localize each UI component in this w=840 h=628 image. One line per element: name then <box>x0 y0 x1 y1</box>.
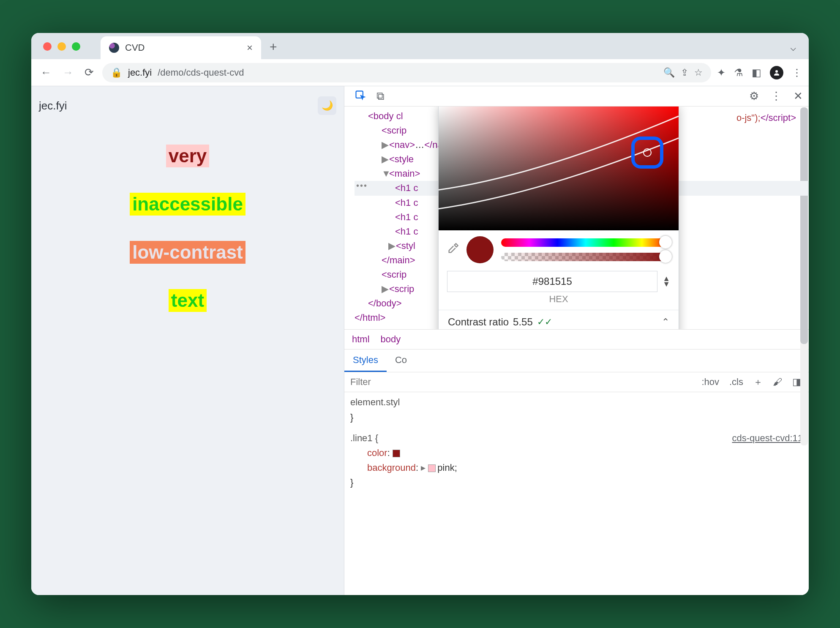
spectrum-handle[interactable] <box>631 137 663 169</box>
prop-background: background <box>367 462 416 473</box>
zoom-icon[interactable]: 🔍 <box>663 67 675 78</box>
reload-button[interactable]: ⟳ <box>82 63 96 82</box>
selected-color-swatch <box>466 236 494 263</box>
rule-source-link[interactable]: cds-quest-cvd:11 <box>732 431 803 445</box>
hex-label: HEX <box>439 294 679 310</box>
demo-word-4: text <box>169 289 207 312</box>
cls-toggle[interactable]: .cls <box>729 377 743 388</box>
devtools-kebab-icon[interactable]: ⋮ <box>771 90 782 103</box>
svg-point-0 <box>775 70 778 73</box>
profile-avatar[interactable] <box>770 66 783 79</box>
page-title: jec.fyi <box>39 99 67 112</box>
url-path: /demo/cds-quest-cvd <box>158 67 244 78</box>
maximize-window-button[interactable] <box>72 42 80 51</box>
color-swatch-icon[interactable] <box>393 450 400 457</box>
browser-window: CVD × + ⌵ ← → ⟳ 🔒 jec.fyi/demo/cds-quest… <box>31 33 809 595</box>
window-controls <box>43 42 80 51</box>
styles-rules[interactable]: element.styl } cds-quest-cvd:11 .line1 {… <box>344 392 809 492</box>
color-picker-popover: ▲▼ HEX Contrast ratio 5.55 ✓✓ ⌃ <box>438 106 679 329</box>
close-window-button[interactable] <box>43 42 52 51</box>
share-icon[interactable]: ⇪ <box>681 67 688 78</box>
browser-toolbar: ← → ⟳ 🔒 jec.fyi/demo/cds-quest-cvd 🔍 ⇪ ☆… <box>31 59 809 86</box>
crumb-html[interactable]: html <box>352 334 370 345</box>
bookmark-icon[interactable]: ☆ <box>694 67 703 78</box>
browser-tab[interactable]: CVD × <box>101 36 261 59</box>
dark-mode-toggle[interactable]: 🌙 <box>318 96 336 115</box>
side-panel-icon[interactable]: ◧ <box>752 67 761 79</box>
sidebar-toggle-icon[interactable]: ◨ <box>792 377 801 388</box>
demo-word-1: very <box>166 145 210 167</box>
tab-list-chevron-icon[interactable]: ⌵ <box>790 41 796 53</box>
devtools-panel: ⧉ ⚙ ⋮ ✕ o-js");</script> <body cl <scrip… <box>344 86 809 595</box>
alpha-slider[interactable] <box>501 253 670 261</box>
val-pink: pink <box>437 462 454 473</box>
hov-toggle[interactable]: :hov <box>701 377 719 388</box>
hex-input[interactable] <box>447 271 657 292</box>
toolbar-icons: ✦ ⚗ ◧ ⋮ <box>717 66 802 79</box>
format-switcher[interactable]: ▲▼ <box>663 276 670 287</box>
check-icon: ✓✓ <box>537 317 552 328</box>
styles-filter-input[interactable] <box>344 372 420 392</box>
kebab-menu-icon[interactable]: ⋮ <box>792 67 802 79</box>
address-bar[interactable]: 🔒 jec.fyi/demo/cds-quest-cvd 🔍 ⇪ ☆ <box>102 63 711 82</box>
tab-computed[interactable]: Co <box>387 349 415 372</box>
close-devtools-icon[interactable]: ✕ <box>794 90 803 103</box>
forward-button[interactable]: → <box>60 63 76 82</box>
new-rule-icon[interactable]: ＋ <box>753 376 763 388</box>
new-tab-button[interactable]: + <box>270 40 277 54</box>
contrast-section: Contrast ratio 5.55 ✓✓ ⌃ Aa <box>439 310 679 329</box>
color-spectrum[interactable] <box>439 106 679 230</box>
crumb-body[interactable]: body <box>381 334 401 345</box>
page-viewport: jec.fyi 🌙 very inaccessible low-contrast… <box>31 86 344 595</box>
color-swatch-icon[interactable] <box>428 464 436 472</box>
extensions-icon[interactable]: ✦ <box>717 67 725 79</box>
demo-text: very inaccessible low-contrast text <box>130 145 245 312</box>
elements-dom-tree[interactable]: <body cl <scrip ▶<nav>…</nav> ▶<style ▼<… <box>344 106 809 329</box>
minimize-window-button[interactable] <box>57 42 66 51</box>
labs-icon[interactable]: ⚗ <box>734 67 743 79</box>
tab-title: CVD <box>125 42 145 53</box>
url-host: jec.fyi <box>128 67 152 78</box>
tab-styles[interactable]: Styles <box>344 349 387 372</box>
demo-word-3: low-contrast <box>130 241 245 264</box>
prop-color: color <box>367 448 387 458</box>
rule-selector: .line1 { <box>350 433 378 443</box>
back-button[interactable]: ← <box>38 63 54 82</box>
device-toggle-icon[interactable]: ⧉ <box>376 90 385 103</box>
collapse-chevron-icon[interactable]: ⌃ <box>662 317 669 328</box>
tab-strip: CVD × + ⌵ <box>31 33 809 59</box>
close-tab-icon[interactable]: × <box>247 42 253 54</box>
inspect-element-icon[interactable] <box>355 90 366 103</box>
favicon-icon <box>109 43 119 53</box>
contrast-label: Contrast ratio <box>448 316 509 328</box>
demo-word-2: inaccessible <box>130 193 245 216</box>
lock-icon: 🔒 <box>111 67 122 78</box>
hue-slider[interactable] <box>501 238 670 247</box>
contrast-value: 5.55 <box>513 316 533 328</box>
eyedropper-icon[interactable] <box>447 243 459 257</box>
settings-gear-icon[interactable]: ⚙ <box>749 90 759 103</box>
paint-icon[interactable]: 🖌 <box>773 377 782 388</box>
